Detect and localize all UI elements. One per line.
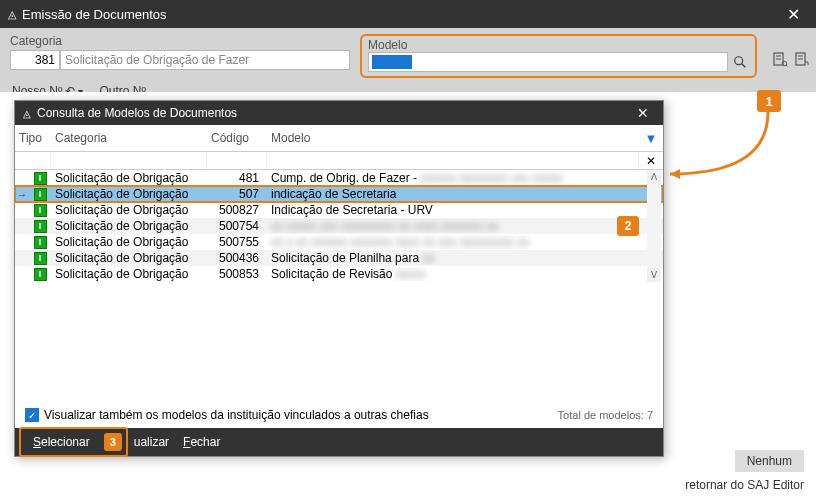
table-row[interactable]: ISolicitação de Obrigação500755 xx x xx … [15, 234, 663, 250]
modelo-cell: Solicitação de Planilha para xx [267, 251, 645, 265]
codigo-cell: 500853 [207, 267, 267, 281]
step-badge-2: 2 [617, 216, 639, 236]
app-icon: ◬ [8, 8, 16, 21]
modal-button-bar: Selecionar 3 ualizar Fechar [15, 428, 663, 456]
grid-filter-row: ✕ [15, 152, 663, 170]
filter-modelo[interactable] [267, 152, 639, 169]
tipo-chip-icon: I [34, 188, 47, 201]
grid-body: ISolicitação de Obrigação481Cump. de Obr… [15, 170, 663, 282]
svg-line-6 [786, 65, 788, 67]
visualizar-button[interactable]: ualizar [132, 431, 171, 453]
step-badge-3: 3 [104, 433, 122, 451]
preview-placeholder: Nenhum [735, 450, 804, 472]
tipo-chip-icon: I [34, 204, 47, 217]
tipo-cell: I [29, 268, 51, 281]
col-modelo-header[interactable]: Modelo [267, 125, 639, 151]
codigo-cell: 481 [207, 171, 267, 185]
tipo-cell: I [29, 204, 51, 217]
redacted-text: xxxxx [396, 267, 426, 281]
tipo-chip-icon: I [34, 236, 47, 249]
modelo-cell: Cump. de Obrig. de Fazer - xxxxxx xxxxxx… [267, 171, 645, 185]
col-tipo-header[interactable]: Tipo [15, 125, 51, 151]
codigo-cell: 500436 [207, 251, 267, 265]
filter-icon[interactable]: ▼ [645, 131, 658, 146]
visualizar-checkbox[interactable]: ✓ [25, 408, 39, 422]
categoria-cell: Solicitação de Obrigação [51, 203, 207, 217]
categoria-cell: Solicitação de Obrigação [51, 171, 207, 185]
selecionar-accel: S [33, 435, 41, 449]
codigo-cell: 500827 [207, 203, 267, 217]
codigo-cell: 500754 [207, 219, 267, 233]
table-row[interactable]: ISolicitação de Obrigação500754 xx xxxxx… [15, 218, 663, 234]
grid-empty-space [15, 282, 663, 402]
step-badge-1: 1 [757, 90, 781, 112]
modelo-field-group: Modelo [360, 34, 757, 78]
filter-categoria[interactable] [51, 152, 207, 169]
selecionar-button[interactable]: Selecionar [25, 431, 98, 453]
fechar-rest: echar [190, 435, 220, 449]
redacted-text: xx [422, 251, 434, 265]
main-toolbar: Categoria Modelo [0, 28, 816, 92]
scroll-up-icon[interactable]: ᐱ [647, 170, 661, 184]
selecionar-rest: elecionar [41, 435, 90, 449]
modal-titlebar: ◬ Consulta de Modelos de Documentos ✕ [15, 101, 663, 125]
total-modelos-label: Total de modelos: 7 [558, 409, 653, 421]
filter-tipo[interactable] [15, 152, 51, 169]
toolbar-form-icon[interactable] [771, 50, 789, 68]
categoria-name-input[interactable] [60, 50, 350, 70]
modelo-cell: xx xxxxx xxx xxxxxxxxx xx xxxx xxxxxxx x… [267, 219, 645, 233]
consulta-modal: ◬ Consulta de Modelos de Documentos ✕ Ti… [14, 100, 664, 457]
categoria-cell: Solicitação de Obrigação [51, 219, 207, 233]
svg-point-0 [735, 57, 743, 65]
tipo-chip-icon: I [34, 268, 47, 281]
categoria-cell: Solicitação de Obrigação [51, 187, 207, 201]
scrollbar[interactable]: ᐱ ᐯ [647, 170, 661, 282]
table-row[interactable]: ISolicitação de Obrigação500853Solicitaç… [15, 266, 663, 282]
modal-title-text: Consulta de Modelos de Documentos [37, 106, 237, 120]
window-titlebar: ◬ Emissão de Documentos ✕ [0, 0, 816, 28]
modelo-cell: Solicitação de Revisão xxxxx [267, 267, 645, 281]
table-row[interactable]: →ISolicitação de Obrigação507indicação d… [15, 186, 663, 202]
scroll-track[interactable] [647, 184, 661, 268]
filter-clear-icon[interactable]: ✕ [639, 152, 663, 169]
redacted-text: xx xxxxx xxx xxxxxxxxx xx xxxx xxxxxxx x… [271, 219, 498, 233]
modal-icon: ◬ [23, 108, 31, 119]
modelo-selection-highlight [372, 55, 412, 69]
modelo-cell: xx x xx xxxxxx xxxxxxx xxxx xx xxx xxxxx… [267, 235, 645, 249]
tipo-cell: I [29, 188, 51, 201]
scroll-down-icon[interactable]: ᐯ [647, 268, 661, 282]
fechar-button[interactable]: Fechar [175, 431, 228, 453]
col-categoria-header[interactable]: Categoria [51, 125, 207, 151]
window-close-button[interactable]: ✕ [779, 5, 808, 24]
tipo-cell: I [29, 220, 51, 233]
table-row[interactable]: ISolicitação de Obrigação500436Solicitaç… [15, 250, 663, 266]
window-title: Emissão de Documentos [22, 7, 167, 22]
col-codigo-header[interactable]: Código [207, 125, 267, 151]
modelo-cell: Indicação de Secretaria - URV [267, 203, 645, 217]
tipo-cell: I [29, 252, 51, 265]
modelo-search-icon[interactable] [731, 53, 749, 71]
modelo-input[interactable] [368, 52, 728, 72]
grid-header: Tipo Categoria Código Modelo ▼ [15, 125, 663, 152]
categoria-cell: Solicitação de Obrigação [51, 267, 207, 281]
table-row[interactable]: ISolicitação de Obrigação500827Indicação… [15, 202, 663, 218]
row-indicator: → [15, 189, 29, 200]
visualizar-checkbox-label[interactable]: Visualizar também os modelos da institui… [44, 408, 429, 422]
categoria-cell: Solicitação de Obrigação [51, 235, 207, 249]
filter-codigo[interactable] [207, 152, 267, 169]
tipo-chip-icon: I [34, 172, 47, 185]
categoria-field-group: Categoria [10, 34, 350, 70]
codigo-cell: 500755 [207, 235, 267, 249]
table-row[interactable]: ISolicitação de Obrigação481Cump. de Obr… [15, 170, 663, 186]
modelo-cell: indicação de Secretaria [267, 187, 645, 201]
svg-line-1 [742, 64, 746, 68]
step-3-highlight: Selecionar 3 [19, 427, 128, 457]
modelo-label: Modelo [368, 38, 407, 52]
redacted-text: xxxxxx xxxxxxxx xxx xxxxx [420, 171, 562, 185]
toolbar-config-icon[interactable] [793, 50, 811, 68]
categoria-cell: Solicitação de Obrigação [51, 251, 207, 265]
codigo-cell: 507 [207, 187, 267, 201]
categoria-code-input[interactable] [10, 50, 60, 70]
modal-close-button[interactable]: ✕ [631, 105, 655, 121]
categoria-label: Categoria [10, 34, 350, 48]
